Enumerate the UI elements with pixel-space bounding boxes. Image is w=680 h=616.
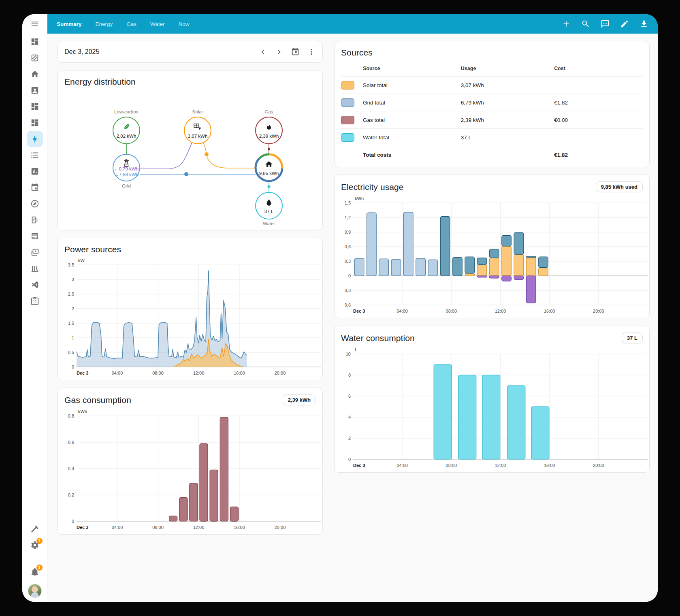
source-row: Gas total2,39 kWh€0.00: [341, 111, 643, 128]
sidebar-item-media[interactable]: [27, 244, 43, 260]
svg-text:1,2: 1,2: [345, 215, 351, 220]
svg-text:3,07 kWh: 3,07 kWh: [188, 134, 207, 139]
view-dashboard-icon: [30, 37, 39, 46]
sidebar-item-floorplan[interactable]: [27, 50, 43, 66]
power-sources-chart[interactable]: 00,511,522,533,5kWDec 304:0008:0012:0016…: [58, 256, 322, 380]
source-row: Water total37 L: [341, 128, 643, 146]
sources-header-row: Source Usage Cost: [341, 61, 643, 76]
sidebar-item-notifications[interactable]: 1: [27, 564, 43, 580]
previous-day-button[interactable]: [255, 44, 271, 60]
edit-dashboard-button[interactable]: [616, 16, 633, 32]
card-title: Power sources: [64, 245, 121, 254]
download-button[interactable]: [636, 16, 652, 32]
total-costs-label: Total costs: [363, 152, 461, 158]
source-cost: €1.82: [554, 100, 643, 106]
card-title: Sources: [341, 48, 373, 58]
water-flow-dot: [267, 185, 270, 188]
sidebar-user-avatar[interactable]: [28, 584, 42, 598]
svg-text:→7,58 kWh: →7,58 kWh: [114, 172, 138, 177]
gas-consumption-chart[interactable]: 00,20,40,60,8kWhDec 304:0008:0012:0016:0…: [58, 407, 322, 534]
sidebar-item-ev-charger[interactable]: [27, 212, 43, 228]
card-title: Electricity usage: [341, 182, 404, 192]
tab-water[interactable]: Water: [143, 14, 172, 34]
svg-text:3,5: 3,5: [68, 262, 74, 267]
account-board-icon: [30, 86, 39, 95]
chevron-right-icon: [275, 47, 284, 56]
sidebar-item-calendar[interactable]: [27, 179, 43, 196]
electricity-usage-chart[interactable]: 0,60,300,30,60,91,21,5kWhDec 304:0008:00…: [335, 194, 649, 318]
energy-bolt-icon: [30, 134, 39, 143]
energy-distribution-diagram[interactable]: Low-carbon 2,02 kWh Solar: [65, 88, 316, 230]
source-name: Grid total: [363, 100, 461, 106]
col-cost: Cost: [554, 66, 643, 71]
sidebar-item-home[interactable]: [27, 66, 43, 82]
sidebar-item-overview[interactable]: [27, 34, 43, 50]
sidebar-item-dashboard-2[interactable]: [27, 98, 43, 115]
svg-text:1: 1: [72, 335, 74, 340]
sidebar-item-logbook[interactable]: [27, 293, 43, 309]
source-swatch: [341, 81, 354, 90]
sidebar-item-dashboard-3[interactable]: [27, 115, 43, 131]
assist-button[interactable]: [597, 16, 613, 32]
library-shelves-icon: [30, 264, 39, 273]
vscode-icon: [30, 280, 39, 289]
svg-text:16:00: 16:00: [234, 525, 245, 530]
date-menu-button[interactable]: [304, 44, 319, 60]
magnify-icon: [581, 19, 590, 28]
sidebar-item-todo[interactable]: [27, 147, 43, 163]
sidebar-item-hacs[interactable]: HACS: [27, 228, 43, 244]
sources-card: Sources Source Usage Cost Solar total3,0…: [334, 41, 650, 167]
sidebar-item-settings[interactable]: 7: [27, 537, 43, 553]
gas-consumption-card: Gas consumption 2,39 kWh 00,20,40,60,8kW…: [58, 388, 323, 535]
svg-text:HACS: HACS: [32, 237, 37, 239]
energy-distribution-card: Energy distribution: [58, 70, 323, 230]
svg-text:12:00: 12:00: [193, 525, 205, 530]
kebab-menu-icon: [307, 47, 316, 56]
sidebar-item-vscode[interactable]: [27, 277, 43, 293]
svg-text:Dec 3: Dec 3: [353, 309, 365, 313]
chart-box-icon: [30, 167, 39, 176]
add-button[interactable]: [558, 16, 574, 32]
ev-station-icon: [30, 215, 39, 224]
svg-text:Dec 3: Dec 3: [353, 463, 365, 468]
source-name: Gas total: [363, 117, 461, 123]
solar-flow-dot: [205, 152, 209, 156]
sidebar-item-energy[interactable]: [27, 131, 43, 147]
calendar-button[interactable]: [288, 44, 303, 60]
search-button[interactable]: [578, 16, 594, 32]
calendar-icon: [30, 183, 39, 192]
svg-text:12:00: 12:00: [495, 309, 506, 313]
tab-gas[interactable]: Gas: [119, 14, 143, 34]
svg-text:kWh: kWh: [355, 196, 364, 201]
sidebar-item-eco[interactable]: [27, 196, 43, 212]
sidebar-item-developer-tools[interactable]: [27, 521, 43, 537]
svg-text:1,5: 1,5: [345, 200, 351, 205]
svg-text:10: 10: [346, 352, 351, 356]
source-swatch: [341, 133, 354, 142]
node-solar: Solar 3,07 kWh: [184, 109, 211, 144]
svg-text:04:00: 04:00: [112, 371, 123, 375]
svg-text:9,85 kWh: 9,85 kWh: [259, 171, 279, 176]
svg-text:20:00: 20:00: [275, 371, 286, 375]
next-day-button[interactable]: [271, 44, 287, 60]
tab-summary[interactable]: Summary: [50, 14, 89, 34]
tab-energy[interactable]: Energy: [89, 14, 120, 34]
date-picker-card: Dec 3, 2025: [58, 41, 323, 63]
eco-leaf-icon: [30, 199, 39, 208]
tab-now[interactable]: Now: [172, 14, 196, 34]
sidebar-item-library[interactable]: [27, 260, 43, 277]
gas-flow-dot: [268, 148, 270, 150]
node-water: 37 L Water: [256, 192, 282, 226]
card-title: Gas consumption: [64, 395, 131, 405]
sidebar-item-history[interactable]: [27, 163, 43, 179]
svg-text:04:00: 04:00: [396, 309, 408, 313]
svg-text:←0,79 kWh: ←0,79 kWh: [114, 166, 138, 171]
sidebar-bottom: 71: [27, 521, 43, 602]
sidebar-item-people[interactable]: [27, 82, 43, 98]
menu-button[interactable]: [27, 16, 43, 32]
media-library-icon: [30, 248, 39, 257]
appbar-tabs: SummaryEnergyGasWaterNow: [50, 14, 196, 34]
water-consumption-chart[interactable]: 0246810LDec 304:0008:0012:0016:0020:00: [335, 345, 649, 472]
svg-text:kWh: kWh: [78, 409, 87, 414]
svg-text:2: 2: [348, 436, 351, 441]
